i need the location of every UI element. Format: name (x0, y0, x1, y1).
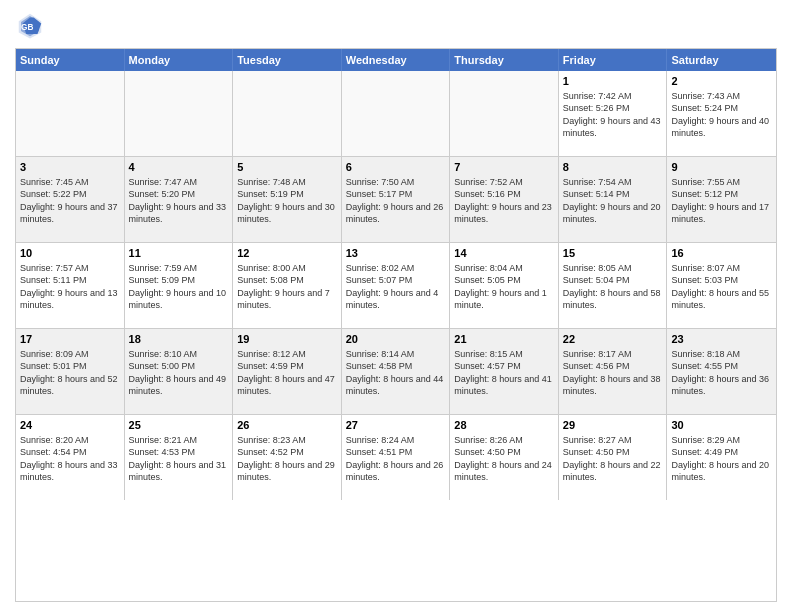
svg-text:GB: GB (21, 23, 33, 32)
page: GB SundayMondayTuesdayWednesdayThursdayF… (0, 0, 792, 612)
cal-cell-day-27: 27Sunrise: 8:24 AM Sunset: 4:51 PM Dayli… (342, 415, 451, 500)
day-sun-info: Sunrise: 8:04 AM Sunset: 5:05 PM Dayligh… (454, 262, 554, 311)
day-number: 20 (346, 332, 446, 346)
day-sun-info: Sunrise: 7:50 AM Sunset: 5:17 PM Dayligh… (346, 176, 446, 225)
cal-cell-day-30: 30Sunrise: 8:29 AM Sunset: 4:49 PM Dayli… (667, 415, 776, 500)
day-sun-info: Sunrise: 7:54 AM Sunset: 5:14 PM Dayligh… (563, 176, 663, 225)
day-number: 24 (20, 418, 120, 432)
cal-cell-day-25: 25Sunrise: 8:21 AM Sunset: 4:53 PM Dayli… (125, 415, 234, 500)
day-sun-info: Sunrise: 7:47 AM Sunset: 5:20 PM Dayligh… (129, 176, 229, 225)
cal-cell-day-13: 13Sunrise: 8:02 AM Sunset: 5:07 PM Dayli… (342, 243, 451, 328)
day-number: 26 (237, 418, 337, 432)
cal-cell-day-empty-1 (125, 71, 234, 156)
cal-cell-day-12: 12Sunrise: 8:00 AM Sunset: 5:08 PM Dayli… (233, 243, 342, 328)
day-sun-info: Sunrise: 8:26 AM Sunset: 4:50 PM Dayligh… (454, 434, 554, 483)
day-number: 6 (346, 160, 446, 174)
header-day-monday: Monday (125, 49, 234, 71)
day-sun-info: Sunrise: 8:24 AM Sunset: 4:51 PM Dayligh… (346, 434, 446, 483)
header-day-tuesday: Tuesday (233, 49, 342, 71)
calendar-header: SundayMondayTuesdayWednesdayThursdayFrid… (16, 49, 776, 71)
week-3: 10Sunrise: 7:57 AM Sunset: 5:11 PM Dayli… (16, 243, 776, 329)
day-sun-info: Sunrise: 7:57 AM Sunset: 5:11 PM Dayligh… (20, 262, 120, 311)
header-day-sunday: Sunday (16, 49, 125, 71)
day-number: 10 (20, 246, 120, 260)
day-sun-info: Sunrise: 7:42 AM Sunset: 5:26 PM Dayligh… (563, 90, 663, 139)
week-4: 17Sunrise: 8:09 AM Sunset: 5:01 PM Dayli… (16, 329, 776, 415)
cal-cell-day-2: 2Sunrise: 7:43 AM Sunset: 5:24 PM Daylig… (667, 71, 776, 156)
day-number: 17 (20, 332, 120, 346)
day-number: 13 (346, 246, 446, 260)
day-sun-info: Sunrise: 8:18 AM Sunset: 4:55 PM Dayligh… (671, 348, 772, 397)
day-number: 8 (563, 160, 663, 174)
cal-cell-day-15: 15Sunrise: 8:05 AM Sunset: 5:04 PM Dayli… (559, 243, 668, 328)
cal-cell-day-empty-2 (233, 71, 342, 156)
day-number: 27 (346, 418, 446, 432)
day-sun-info: Sunrise: 8:17 AM Sunset: 4:56 PM Dayligh… (563, 348, 663, 397)
cal-cell-day-empty-3 (342, 71, 451, 156)
cal-cell-day-10: 10Sunrise: 7:57 AM Sunset: 5:11 PM Dayli… (16, 243, 125, 328)
day-sun-info: Sunrise: 8:27 AM Sunset: 4:50 PM Dayligh… (563, 434, 663, 483)
day-sun-info: Sunrise: 8:23 AM Sunset: 4:52 PM Dayligh… (237, 434, 337, 483)
cal-cell-day-28: 28Sunrise: 8:26 AM Sunset: 4:50 PM Dayli… (450, 415, 559, 500)
header-day-wednesday: Wednesday (342, 49, 451, 71)
day-number: 23 (671, 332, 772, 346)
header-day-friday: Friday (559, 49, 668, 71)
day-number: 11 (129, 246, 229, 260)
cal-cell-day-23: 23Sunrise: 8:18 AM Sunset: 4:55 PM Dayli… (667, 329, 776, 414)
cal-cell-day-21: 21Sunrise: 8:15 AM Sunset: 4:57 PM Dayli… (450, 329, 559, 414)
header-day-thursday: Thursday (450, 49, 559, 71)
day-number: 2 (671, 74, 772, 88)
cal-cell-day-29: 29Sunrise: 8:27 AM Sunset: 4:50 PM Dayli… (559, 415, 668, 500)
day-sun-info: Sunrise: 7:59 AM Sunset: 5:09 PM Dayligh… (129, 262, 229, 311)
day-sun-info: Sunrise: 8:09 AM Sunset: 5:01 PM Dayligh… (20, 348, 120, 397)
cal-cell-day-8: 8Sunrise: 7:54 AM Sunset: 5:14 PM Daylig… (559, 157, 668, 242)
cal-cell-day-1: 1Sunrise: 7:42 AM Sunset: 5:26 PM Daylig… (559, 71, 668, 156)
day-sun-info: Sunrise: 8:02 AM Sunset: 5:07 PM Dayligh… (346, 262, 446, 311)
day-number: 25 (129, 418, 229, 432)
cal-cell-day-19: 19Sunrise: 8:12 AM Sunset: 4:59 PM Dayli… (233, 329, 342, 414)
day-sun-info: Sunrise: 8:14 AM Sunset: 4:58 PM Dayligh… (346, 348, 446, 397)
day-number: 7 (454, 160, 554, 174)
header-day-saturday: Saturday (667, 49, 776, 71)
cal-cell-day-11: 11Sunrise: 7:59 AM Sunset: 5:09 PM Dayli… (125, 243, 234, 328)
day-number: 21 (454, 332, 554, 346)
cal-cell-day-6: 6Sunrise: 7:50 AM Sunset: 5:17 PM Daylig… (342, 157, 451, 242)
cal-cell-day-7: 7Sunrise: 7:52 AM Sunset: 5:16 PM Daylig… (450, 157, 559, 242)
cal-cell-day-16: 16Sunrise: 8:07 AM Sunset: 5:03 PM Dayli… (667, 243, 776, 328)
calendar: SundayMondayTuesdayWednesdayThursdayFrid… (15, 48, 777, 602)
cal-cell-day-9: 9Sunrise: 7:55 AM Sunset: 5:12 PM Daylig… (667, 157, 776, 242)
day-sun-info: Sunrise: 8:20 AM Sunset: 4:54 PM Dayligh… (20, 434, 120, 483)
day-number: 5 (237, 160, 337, 174)
day-number: 30 (671, 418, 772, 432)
day-number: 22 (563, 332, 663, 346)
day-number: 18 (129, 332, 229, 346)
day-number: 28 (454, 418, 554, 432)
cal-cell-day-5: 5Sunrise: 7:48 AM Sunset: 5:19 PM Daylig… (233, 157, 342, 242)
cal-cell-day-24: 24Sunrise: 8:20 AM Sunset: 4:54 PM Dayli… (16, 415, 125, 500)
day-number: 14 (454, 246, 554, 260)
cal-cell-day-4: 4Sunrise: 7:47 AM Sunset: 5:20 PM Daylig… (125, 157, 234, 242)
week-1: 1Sunrise: 7:42 AM Sunset: 5:26 PM Daylig… (16, 71, 776, 157)
cal-cell-day-empty-0 (16, 71, 125, 156)
day-number: 12 (237, 246, 337, 260)
day-sun-info: Sunrise: 8:05 AM Sunset: 5:04 PM Dayligh… (563, 262, 663, 311)
day-sun-info: Sunrise: 7:55 AM Sunset: 5:12 PM Dayligh… (671, 176, 772, 225)
day-sun-info: Sunrise: 7:45 AM Sunset: 5:22 PM Dayligh… (20, 176, 120, 225)
day-sun-info: Sunrise: 8:15 AM Sunset: 4:57 PM Dayligh… (454, 348, 554, 397)
day-number: 16 (671, 246, 772, 260)
day-number: 1 (563, 74, 663, 88)
day-number: 15 (563, 246, 663, 260)
day-number: 29 (563, 418, 663, 432)
cal-cell-day-20: 20Sunrise: 8:14 AM Sunset: 4:58 PM Dayli… (342, 329, 451, 414)
header: GB (15, 10, 777, 40)
day-sun-info: Sunrise: 8:29 AM Sunset: 4:49 PM Dayligh… (671, 434, 772, 483)
logo-icon: GB (15, 10, 45, 40)
cal-cell-day-3: 3Sunrise: 7:45 AM Sunset: 5:22 PM Daylig… (16, 157, 125, 242)
day-sun-info: Sunrise: 8:21 AM Sunset: 4:53 PM Dayligh… (129, 434, 229, 483)
cal-cell-day-26: 26Sunrise: 8:23 AM Sunset: 4:52 PM Dayli… (233, 415, 342, 500)
cal-cell-day-17: 17Sunrise: 8:09 AM Sunset: 5:01 PM Dayli… (16, 329, 125, 414)
day-sun-info: Sunrise: 8:00 AM Sunset: 5:08 PM Dayligh… (237, 262, 337, 311)
cal-cell-day-22: 22Sunrise: 8:17 AM Sunset: 4:56 PM Dayli… (559, 329, 668, 414)
cal-cell-day-18: 18Sunrise: 8:10 AM Sunset: 5:00 PM Dayli… (125, 329, 234, 414)
cal-cell-day-14: 14Sunrise: 8:04 AM Sunset: 5:05 PM Dayli… (450, 243, 559, 328)
